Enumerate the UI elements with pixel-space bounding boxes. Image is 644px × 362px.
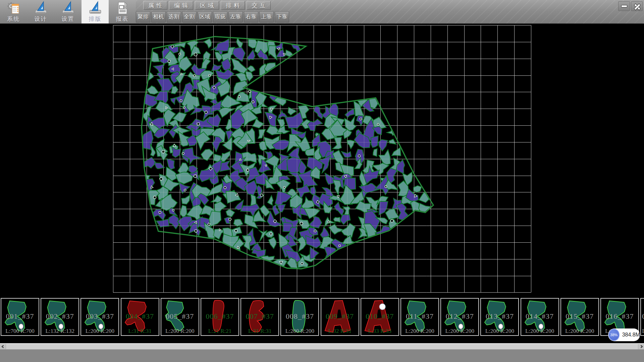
action-button-4[interactable]: 全割 — [182, 11, 197, 22]
piece-id-label: 0 — [641, 312, 644, 321]
piece-lr-label: L:31 R:31 — [121, 328, 159, 335]
piece-id-label: 016_#37 — [601, 312, 638, 321]
main-button-5[interactable]: 报表 — [109, 0, 136, 23]
menu-tab-row: 属性编辑区域排料交互 — [143, 1, 271, 10]
action-button-7[interactable]: 左靠 — [228, 11, 243, 22]
main-button-1[interactable]: 系统 — [0, 0, 27, 23]
piece-id-label: 007_#37 — [241, 312, 278, 321]
main-button-label: 报表 — [116, 15, 129, 23]
action-button-6[interactable]: 瑕疵 — [213, 11, 227, 22]
piece-id-label: 011_#37 — [401, 312, 438, 321]
menu-tab-1[interactable]: 属性 — [143, 1, 167, 10]
piece-id-label: 006_#37 — [201, 312, 238, 321]
main-button-2[interactable]: 设计 — [27, 0, 54, 23]
main-button-label: 设置 — [62, 15, 74, 23]
piece-id-label: 013_#37 — [481, 312, 518, 321]
design-ruler-icon — [34, 1, 48, 15]
system-gear-icon — [6, 1, 21, 15]
piece-id-label: 010_#37 — [361, 312, 398, 321]
main-button-label: 设计 — [35, 15, 47, 23]
design-ruler-icon — [34, 1, 48, 15]
piece-id-label: 014_#37 — [521, 312, 558, 321]
piece-lr-label: L:132 R:132 — [41, 328, 78, 335]
action-button-5[interactable]: 区域 — [198, 11, 212, 22]
menu-tab-4[interactable]: 排料 — [221, 1, 245, 10]
piece-lr-label: L:21 R:21 — [201, 328, 238, 335]
action-button-3[interactable]: 选割 — [167, 11, 181, 22]
system-gear-icon — [6, 1, 21, 15]
window-controls — [618, 1, 643, 11]
chevron-right-icon — [639, 345, 643, 349]
piece-id-label: 004_#37 — [121, 312, 159, 321]
piece-thumbnail-4[interactable]: 004_#37L:31 R:31 — [121, 298, 159, 336]
piece-thumbnail-8[interactable]: 008_#37L:200 R:200 — [280, 298, 319, 336]
piece-id-label: 012_#37 — [441, 312, 478, 321]
piece-lr-label: L:200 R:200 — [81, 328, 118, 335]
piece-id-label: 002_#37 — [41, 312, 78, 321]
piece-thumbnail-14[interactable]: 014_#37L:200 R:200 — [521, 298, 559, 336]
minimize-icon — [621, 5, 627, 7]
report-document-icon — [115, 1, 130, 15]
piece-thumbnail-9[interactable]: 009_#37L:32 R:31 — [321, 298, 359, 336]
piece-thumbnail-6[interactable]: 006_#37L:21 R:21 — [201, 298, 239, 336]
close-button[interactable] — [631, 1, 643, 11]
chevron-left-icon — [1, 345, 5, 349]
piece-lr-label: L:200 R:200 — [441, 328, 478, 335]
piece-lr-label: L:200 R:200 — [401, 328, 438, 335]
memory-size-label: 384.8M — [622, 332, 640, 338]
action-button-2[interactable]: 相机 — [151, 11, 166, 22]
piece-thumbnail-1[interactable]: 001_#37L:700 R:700 — [1, 298, 39, 336]
menu-tab-3[interactable]: 区域 — [195, 1, 219, 10]
piece-thumbnail-5[interactable]: 005_#37L:200 R:200 — [161, 298, 199, 336]
piece-thumbnail-7[interactable]: 007_#37L:31 R:31 — [240, 298, 279, 336]
main-button-label: 排版 — [89, 15, 102, 23]
scroll-right-button[interactable] — [638, 344, 644, 349]
menu-tab-2[interactable]: 编辑 — [169, 1, 193, 10]
status-bar — [0, 349, 644, 362]
memory-percent-label: 38% — [610, 333, 618, 337]
menu-tab-5[interactable]: 交互 — [247, 1, 271, 10]
piece-lr-label: L:33 R:33 — [361, 328, 398, 335]
piece-thumbnail-10[interactable]: 010_#37L:33 R:33 — [361, 298, 399, 336]
piece-id-label: 003_#37 — [81, 312, 118, 321]
piece-thumbnail-2[interactable]: 002_#37L:132 R:132 — [41, 298, 79, 336]
layout-ruler-icon — [88, 1, 103, 15]
main-button-3[interactable]: 设置 — [54, 0, 82, 23]
action-button-9[interactable]: 上靠 — [259, 11, 274, 22]
piece-lr-label: L:32 R:31 — [321, 328, 359, 335]
minimize-button[interactable] — [618, 1, 630, 11]
settings-ruler-icon — [61, 1, 75, 15]
main-button-group: 系统设计设置排版报表 — [0, 0, 136, 23]
piece-id-label: 009_#37 — [321, 312, 359, 321]
piece-thumbnail-11[interactable]: 011_#37L:200 R:200 — [400, 298, 439, 336]
piece-id-label: 008_#37 — [281, 312, 318, 321]
piece-thumbnail-strip: 001_#37L:700 R:700002_#37L:132 R:132003_… — [0, 297, 644, 337]
toolbar: 系统设计设置排版报表 属性编辑区域排料交互 聚排相机选割全割区域瑕疵左靠右靠上靠… — [0, 0, 644, 24]
piece-thumbnail-15[interactable]: 015_#37L:200 R:200 — [560, 298, 599, 336]
main-button-label: 系统 — [7, 15, 20, 23]
action-button-8[interactable]: 右靠 — [244, 11, 258, 22]
action-button-10[interactable]: 下靠 — [275, 11, 289, 22]
piece-lr-label: L:200 R:200 — [561, 328, 598, 335]
piece-lr-label: L:2 — [641, 328, 644, 335]
main-button-4[interactable]: 排版 — [82, 0, 109, 23]
piece-thumbnail-3[interactable]: 003_#37L:200 R:200 — [80, 298, 119, 336]
piece-thumbnail-12[interactable]: 012_#37L:200 R:200 — [440, 298, 479, 336]
memory-percent-indicator: 38% — [608, 329, 620, 341]
horizontal-scrollbar[interactable] — [0, 343, 644, 349]
piece-thumbnail-13[interactable]: 013_#37L:200 R:200 — [480, 298, 519, 336]
piece-id-label: 015_#37 — [561, 312, 598, 321]
piece-id-label: 005_#37 — [161, 312, 199, 321]
piece-lr-label: L:200 R:200 — [481, 328, 518, 335]
piece-thumbnail-17[interactable]: 0L:2 — [640, 298, 644, 336]
action-button-row: 聚排相机选割全割区域瑕疵左靠右靠上靠下靠 — [136, 11, 289, 22]
piece-lr-label: L:200 R:200 — [521, 328, 558, 335]
close-icon — [634, 3, 640, 9]
nesting-workspace-canvas[interactable] — [0, 24, 644, 297]
scroll-left-button[interactable] — [0, 344, 6, 349]
piece-lr-label: L:700 R:700 — [1, 328, 39, 335]
report-document-icon — [115, 1, 130, 15]
action-button-1[interactable]: 聚排 — [136, 11, 150, 22]
settings-ruler-icon — [61, 1, 75, 15]
memory-usage-badge[interactable]: 38% 384.8M — [608, 328, 640, 341]
